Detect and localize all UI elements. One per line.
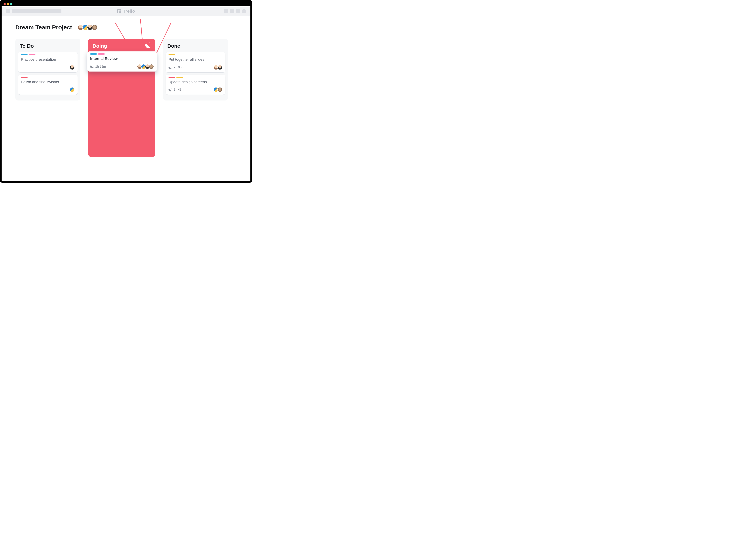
app-brand: Trello [117, 9, 135, 14]
board-members[interactable] [78, 24, 98, 30]
list-done[interactable]: Done Put together all slides 2h 05m [163, 39, 228, 100]
app-name: Trello [123, 9, 135, 14]
card-time-tracked: 1h 23m [90, 65, 106, 68]
toolbar-right-group [224, 9, 246, 13]
card-labels [21, 54, 75, 55]
board-area: Dream Team Project To Do Practice presen… [2, 16, 250, 157]
window-minimize-icon[interactable] [7, 3, 9, 5]
label-blue[interactable] [21, 54, 28, 55]
card[interactable]: Polish and final tweaks [18, 75, 78, 95]
time-value: 1h 23m [95, 65, 106, 68]
svg-rect-2 [120, 10, 121, 11]
card-title: Polish and final tweaks [21, 79, 75, 84]
card-labels [90, 53, 154, 55]
card-labels [169, 77, 222, 78]
window-titlebar [2, 2, 250, 6]
board-header: Dream Team Project [15, 24, 237, 31]
card-time-tracked: 2h 05m [169, 66, 184, 69]
list-title[interactable]: Doing [91, 42, 152, 52]
avatar[interactable] [70, 87, 75, 92]
toolbar-left-group [6, 9, 61, 13]
card-footer [21, 65, 75, 70]
card-members [213, 65, 222, 70]
card[interactable]: Update design screens 3h 48m [166, 75, 225, 95]
avatar[interactable] [217, 87, 222, 92]
list-title[interactable]: To Do [18, 42, 78, 52]
list-doing[interactable]: Doing Internal Review 1h 23m [88, 39, 155, 157]
toolbar-placeholder-action-3[interactable] [236, 9, 240, 13]
svg-rect-1 [118, 10, 119, 13]
toolbar-placeholder-action-2[interactable] [230, 9, 234, 13]
trello-logo-icon [117, 9, 121, 13]
toolbar-placeholder-avatar[interactable] [242, 9, 246, 13]
label-pink[interactable] [29, 54, 35, 55]
card-footer: 2h 05m [169, 65, 222, 70]
card-title: Practice presentation [21, 57, 75, 62]
card-footer: 1h 23m [90, 64, 154, 69]
toolbar-placeholder-action-1[interactable] [224, 9, 228, 13]
label-pink[interactable] [98, 53, 105, 55]
card-members [213, 87, 222, 92]
label-blue[interactable] [90, 53, 97, 55]
card-title: Internal Review [90, 56, 154, 61]
time-value: 3h 48m [174, 88, 184, 91]
card[interactable]: Put together all slides 2h 05m [166, 52, 225, 72]
card[interactable]: Practice presentation [18, 52, 78, 72]
avatar[interactable] [92, 24, 98, 30]
top-toolbar: Trello [2, 6, 250, 16]
card-footer: 3h 48m [169, 87, 222, 92]
timer-icon [169, 66, 172, 69]
card-labels [169, 54, 222, 55]
list-title[interactable]: Done [166, 42, 225, 52]
label-yellow[interactable] [169, 54, 175, 55]
label-coral[interactable] [169, 77, 175, 78]
window-close-icon[interactable] [4, 3, 6, 5]
board-lists: To Do Practice presentation [15, 39, 237, 157]
card-footer [21, 87, 75, 92]
card-members [137, 64, 154, 69]
activity-timer-icon[interactable] [145, 42, 151, 48]
timer-icon [90, 65, 94, 68]
list-todo[interactable]: To Do Practice presentation [15, 39, 80, 100]
card-labels [21, 77, 75, 78]
card-members [70, 87, 75, 92]
card[interactable]: Internal Review 1h 23m [87, 51, 157, 71]
board-title[interactable]: Dream Team Project [15, 24, 72, 31]
window-maximize-icon[interactable] [10, 3, 12, 5]
avatar[interactable] [217, 65, 222, 70]
card-title: Put together all slides [169, 57, 222, 62]
svg-rect-0 [117, 9, 121, 13]
toolbar-placeholder-button[interactable] [6, 9, 10, 13]
card-time-tracked: 3h 48m [169, 88, 184, 91]
timer-icon [169, 88, 172, 91]
app-window: Trello Dream Team Project [0, 0, 252, 183]
card-members [70, 65, 75, 70]
label-coral[interactable] [21, 77, 28, 78]
toolbar-placeholder-search[interactable] [12, 9, 61, 13]
avatar[interactable] [149, 64, 154, 69]
label-yellow[interactable] [176, 77, 183, 78]
avatar[interactable] [70, 65, 75, 70]
time-value: 2h 05m [174, 66, 184, 69]
card-title: Update design screens [169, 79, 222, 84]
